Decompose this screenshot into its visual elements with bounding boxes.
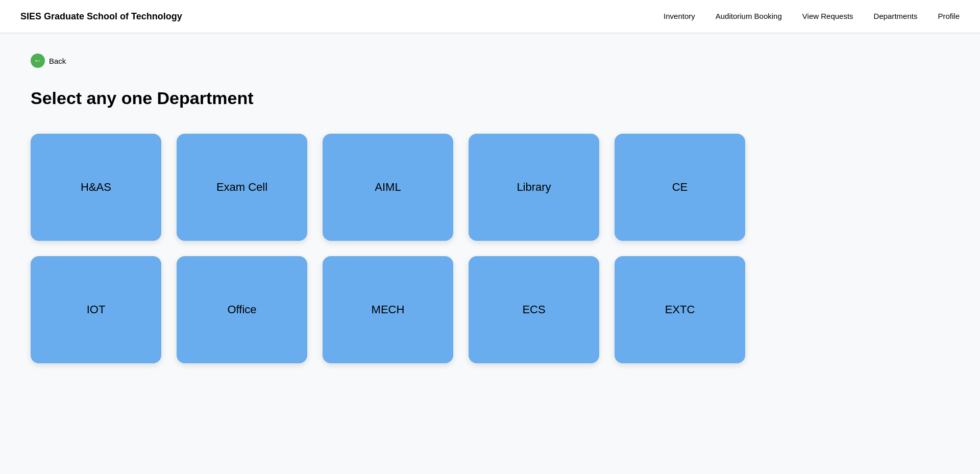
dept-extc-label: EXTC	[665, 303, 695, 316]
dept-exam-cell[interactable]: Exam Cell	[177, 134, 307, 241]
navbar: SIES Graduate School of Technology Inven…	[0, 0, 980, 33]
dept-ecs[interactable]: ECS	[469, 256, 599, 363]
navbar-brand: SIES Graduate School of Technology	[20, 11, 182, 22]
back-label: Back	[49, 57, 66, 65]
dept-extc[interactable]: EXTC	[615, 256, 745, 363]
navbar-links: InventoryAuditorium BookingView Requests…	[664, 12, 960, 21]
dept-ecs-label: ECS	[522, 303, 545, 316]
dept-mech-label: MECH	[372, 303, 405, 316]
dept-iot[interactable]: IOT	[31, 256, 161, 363]
dept-library[interactable]: Library	[469, 134, 599, 241]
main-content: ← Back Select any one Department H&ASExa…	[0, 33, 980, 384]
dept-exam-cell-label: Exam Cell	[216, 181, 267, 194]
page-title: Select any one Department	[31, 88, 949, 108]
dept-library-label: Library	[517, 181, 551, 194]
profile-link[interactable]: Profile	[938, 12, 960, 20]
dept-ce[interactable]: CE	[615, 134, 745, 241]
back-icon: ←	[31, 54, 45, 68]
dept-iot-label: IOT	[87, 303, 106, 316]
auditorium-booking-link[interactable]: Auditorium Booking	[716, 12, 782, 20]
back-button[interactable]: ← Back	[31, 54, 66, 68]
dept-has-label: H&AS	[81, 181, 111, 194]
dept-mech[interactable]: MECH	[323, 256, 453, 363]
view-requests-link[interactable]: View Requests	[802, 12, 853, 20]
dept-aiml[interactable]: AIML	[323, 134, 453, 241]
dept-office[interactable]: Office	[177, 256, 307, 363]
inventory-link[interactable]: Inventory	[664, 12, 695, 20]
dept-has[interactable]: H&AS	[31, 134, 161, 241]
departments-link[interactable]: Departments	[874, 12, 918, 20]
dept-ce-label: CE	[672, 181, 688, 194]
dept-office-label: Office	[227, 303, 256, 316]
department-grid: H&ASExam CellAIMLLibraryCEIOTOfficeMECHE…	[31, 134, 745, 363]
dept-aiml-label: AIML	[375, 181, 401, 194]
